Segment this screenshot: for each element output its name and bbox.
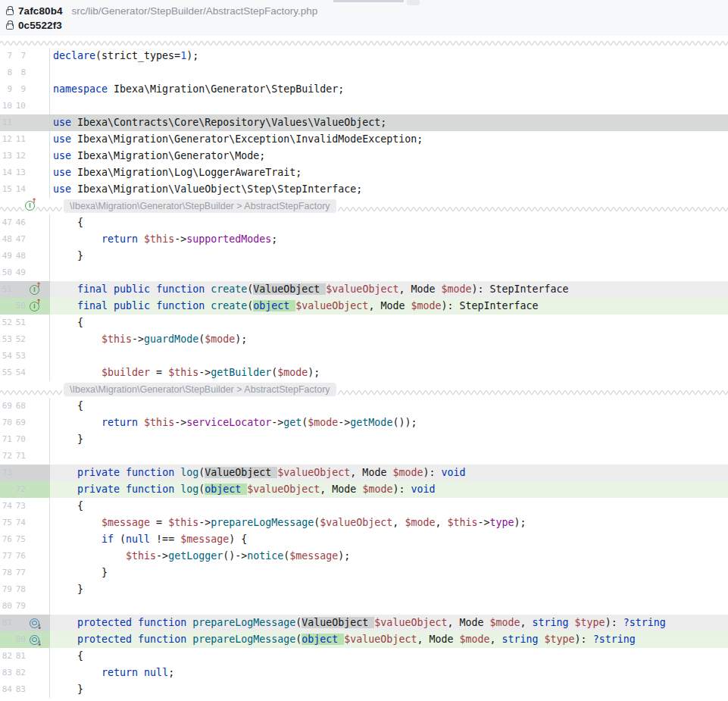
code-line[interactable]: protected function prepareLogMessage(obj… [50, 631, 728, 648]
code-line[interactable] [50, 448, 728, 465]
code-line[interactable]: final public function create(object $val… [50, 298, 728, 315]
code-line[interactable]: use Ibexa\Contracts\Core\Repository\Valu… [50, 114, 728, 131]
new-line-number: 79 [13, 598, 26, 615]
code-line[interactable]: $message = $this->prepareLogMessage($val… [50, 515, 728, 531]
code-token: ); [514, 517, 526, 528]
code-token: $mode [205, 333, 235, 345]
old-line-number: 54 [0, 348, 12, 365]
code-token: $mode [392, 467, 423, 478]
code-line[interactable]: protected function prepareLogMessage(Val… [50, 615, 728, 631]
gutter: 8079 [0, 598, 50, 615]
code-token: $type [575, 617, 605, 628]
code-token: create [211, 283, 247, 295]
collapsed-region-separator[interactable]: I\Ibexa\Migration\Generator\StepBuilder … [0, 198, 728, 214]
new-commit-hash[interactable]: 0c5522f3 [18, 20, 62, 31]
code-line[interactable]: } [50, 565, 728, 581]
code-token [120, 484, 126, 495]
breadcrumb: \Ibexa\Migration\Generator\StepBuilder >… [64, 383, 336, 396]
code-token: declare [53, 50, 95, 61]
code-token: ) { [229, 534, 247, 545]
code-token [53, 333, 102, 345]
code-line[interactable] [50, 264, 728, 281]
code-line[interactable]: { [50, 648, 728, 665]
word-diff-highlight: ValueObject [302, 617, 374, 628]
diff-row: 51I final public function create(ValueOb… [0, 281, 728, 298]
new-line-number: 76 [13, 548, 26, 565]
code-line[interactable]: declare(strict_types=1); [50, 48, 728, 64]
code-line[interactable]: private function log(object $valueObject… [50, 481, 728, 498]
code-token: $mode [308, 417, 338, 428]
code-line[interactable]: $this->guardMode($mode); [50, 331, 728, 348]
code-token [53, 300, 77, 311]
code-line[interactable]: use Ibexa\Migration\ValueObject\Step\Ste… [50, 181, 728, 198]
code-token: log [180, 467, 198, 478]
new-commit-row: 0c5522f3 [6, 18, 728, 33]
code-line[interactable]: return $this->serviceLocator->get($mode-… [50, 415, 728, 431]
code-token: -> [198, 367, 211, 378]
code-line[interactable]: final public function create(ValueObject… [50, 281, 728, 298]
code-line[interactable]: } [50, 431, 728, 448]
code-token: getBuilder [211, 367, 271, 378]
old-line-number: 77 [0, 548, 12, 565]
code-line[interactable]: $this->getLogger()->notice($message); [50, 548, 728, 565]
old-line-number: 74 [0, 498, 12, 515]
code-token: ( [114, 534, 126, 545]
diff-row: 80 protected function prepareLogMessage(… [0, 631, 728, 648]
code-token: namespace [53, 83, 108, 95]
code-line[interactable] [50, 98, 728, 114]
new-line-number: 71 [13, 448, 26, 465]
code-line[interactable]: $builder = $this->getBuilder($mode); [50, 365, 728, 381]
code-line[interactable] [50, 64, 728, 81]
diff-header: 7afc80b4 src/lib/Generator/StepBuilder/A… [0, 0, 728, 36]
code-line[interactable] [50, 598, 728, 615]
code-token: -> [198, 517, 211, 528]
implements-icon[interactable]: I [30, 302, 39, 311]
gutter: 5453 [0, 348, 50, 365]
code-line[interactable]: use Ibexa\Migration\Generator\Exception\… [50, 131, 728, 148]
diff-row: 4948 } [0, 248, 728, 264]
old-commit-hash[interactable]: 7afc80b4 [18, 5, 63, 17]
code-token: function [126, 484, 174, 495]
code-line[interactable]: { [50, 498, 728, 515]
new-line-number: 72 [13, 481, 26, 498]
code-line[interactable]: } [50, 581, 728, 598]
code-token: use [53, 133, 71, 145]
gutter: 1211 [0, 131, 50, 148]
code-token: function [138, 617, 186, 628]
collapsed-region-separator[interactable]: \Ibexa\Migration\Generator\StepBuilder >… [0, 381, 728, 398]
code-token: protected [77, 634, 132, 645]
code-line[interactable]: { [50, 398, 728, 415]
code-line[interactable]: { [50, 315, 728, 331]
code-line[interactable]: private function log(ValueObject $valueO… [50, 465, 728, 481]
code-line[interactable] [50, 348, 728, 365]
old-line-number: 14 [0, 164, 12, 181]
code-line[interactable]: } [50, 248, 728, 264]
new-line-number: 49 [13, 264, 26, 281]
code-line[interactable]: if (null !== $message) { [50, 531, 728, 548]
code-line[interactable]: } [50, 681, 728, 698]
gutter: 77 [0, 48, 50, 64]
old-line-number: 12 [0, 131, 12, 148]
code-token: (strict_types= [95, 50, 180, 61]
diff-row: 7170 } [0, 431, 728, 448]
code-line[interactable]: { [50, 214, 728, 231]
overridden-icon[interactable] [30, 635, 39, 645]
overridden-icon[interactable] [30, 618, 39, 628]
new-line-number: 77 [13, 565, 26, 581]
code-line[interactable]: return $this->supportedModes; [50, 231, 728, 248]
implements-icon[interactable]: I [30, 285, 39, 295]
gutter: 8382 [0, 665, 50, 681]
code-line[interactable]: use Ibexa\Migration\Log\LoggerAwareTrait… [50, 164, 728, 181]
implements-icon[interactable]: I [25, 201, 35, 211]
code-line[interactable]: use Ibexa\Migration\Generator\Mode; [50, 148, 728, 164]
code-line[interactable]: return null; [50, 665, 728, 681]
code-token [186, 617, 192, 628]
diff-row: 8382 return null; [0, 665, 728, 681]
code-token [138, 233, 144, 245]
code-line[interactable]: namespace Ibexa\Migration\Generator\Step… [50, 81, 728, 98]
code-token: return [102, 667, 138, 678]
code-token: $valueObject [374, 617, 447, 628]
code-token: = [150, 517, 168, 528]
old-line-number: 83 [0, 665, 12, 681]
code-token: string [533, 617, 569, 628]
